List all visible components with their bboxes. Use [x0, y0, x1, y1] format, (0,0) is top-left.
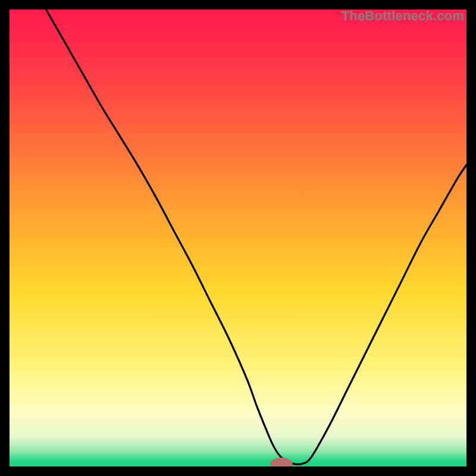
- watermark-label: TheBottleneck.com: [342, 8, 464, 24]
- chart-frame: TheBottleneck.com: [10, 10, 466, 466]
- bottleneck-chart: [10, 10, 466, 466]
- gradient-background: [10, 10, 466, 466]
